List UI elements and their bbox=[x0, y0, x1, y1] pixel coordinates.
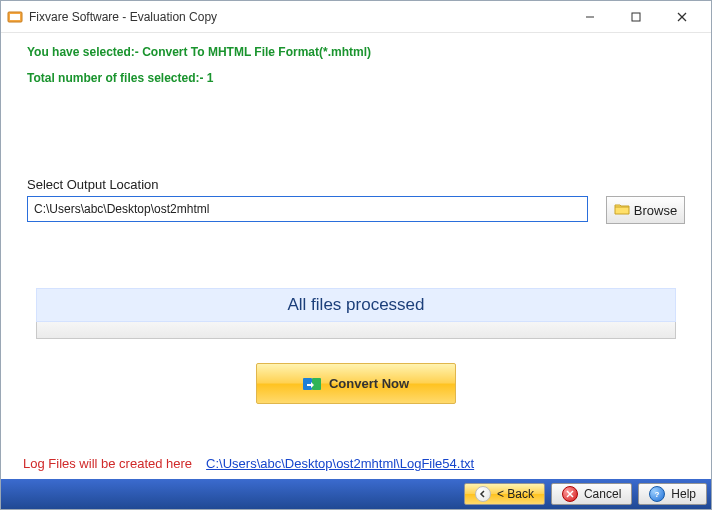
minimize-icon bbox=[585, 12, 595, 22]
cancel-button[interactable]: Cancel bbox=[551, 483, 632, 505]
output-path-row: Browse bbox=[27, 196, 685, 224]
footer-bar: < Back Cancel ? Help bbox=[1, 479, 711, 509]
maximize-icon bbox=[631, 12, 641, 22]
back-button[interactable]: < Back bbox=[464, 483, 545, 505]
svg-text:?: ? bbox=[655, 490, 660, 499]
status-text: All files processed bbox=[36, 288, 676, 322]
back-button-label: < Back bbox=[497, 487, 534, 501]
folder-icon bbox=[614, 201, 630, 220]
titlebar: Fixvare Software - Evaluation Copy bbox=[1, 1, 711, 33]
window-title: Fixvare Software - Evaluation Copy bbox=[29, 10, 217, 24]
status-section: All files processed bbox=[36, 288, 676, 339]
help-button[interactable]: ? Help bbox=[638, 483, 707, 505]
convert-now-label: Convert Now bbox=[329, 376, 409, 391]
back-arrow-icon bbox=[475, 486, 491, 502]
output-path-input[interactable] bbox=[27, 196, 588, 222]
svg-rect-3 bbox=[632, 13, 640, 21]
close-button[interactable] bbox=[659, 5, 705, 29]
cancel-button-label: Cancel bbox=[584, 487, 621, 501]
app-window: Fixvare Software - Evaluation Copy You h… bbox=[0, 0, 712, 510]
progress-bar bbox=[36, 322, 676, 339]
content-area: You have selected:- Convert To MHTML Fil… bbox=[1, 33, 711, 404]
convert-row: Convert Now bbox=[27, 363, 685, 404]
help-button-label: Help bbox=[671, 487, 696, 501]
convert-now-button[interactable]: Convert Now bbox=[256, 363, 456, 404]
svg-rect-1 bbox=[10, 14, 20, 20]
log-files-label: Log Files will be created here bbox=[23, 456, 192, 471]
minimize-button[interactable] bbox=[567, 5, 613, 29]
log-file-link[interactable]: C:\Users\abc\Desktop\ost2mhtml\LogFile54… bbox=[206, 456, 474, 471]
file-count-text: Total number of files selected:- 1 bbox=[27, 71, 685, 85]
log-files-row: Log Files will be created here C:\Users\… bbox=[23, 456, 474, 471]
maximize-button[interactable] bbox=[613, 5, 659, 29]
svg-rect-7 bbox=[312, 378, 321, 390]
browse-button[interactable]: Browse bbox=[606, 196, 685, 224]
help-icon: ? bbox=[649, 486, 665, 502]
selected-format-text: You have selected:- Convert To MHTML Fil… bbox=[27, 45, 685, 59]
window-controls bbox=[567, 5, 705, 29]
output-location-label: Select Output Location bbox=[27, 177, 685, 192]
app-icon bbox=[7, 9, 23, 25]
titlebar-left: Fixvare Software - Evaluation Copy bbox=[7, 9, 217, 25]
browse-button-label: Browse bbox=[634, 203, 677, 218]
convert-icon bbox=[303, 375, 321, 393]
cancel-icon bbox=[562, 486, 578, 502]
close-icon bbox=[677, 12, 687, 22]
